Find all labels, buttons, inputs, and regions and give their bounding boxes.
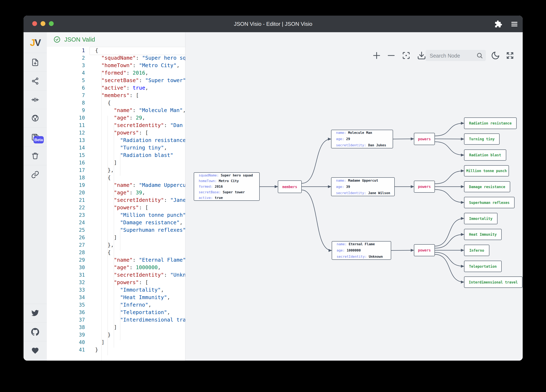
- code-line: 21"secretIdentity": "Jane Wilson",: [47, 196, 185, 204]
- code-text: ]: [101, 339, 104, 346]
- center-view-button[interactable]: [402, 51, 411, 60]
- code-line: 23"Million tonne punch",: [47, 211, 185, 219]
- graph-share-button[interactable]: [24, 71, 47, 90]
- line-number: 32: [47, 279, 85, 286]
- node-label: Heat Immunity: [469, 232, 497, 237]
- code-line: 29"name": "Eternal Flame",: [47, 256, 185, 264]
- line-number: 14: [47, 144, 85, 152]
- node-key: homeTown:: [199, 179, 219, 183]
- node-label: Inferno: [469, 248, 484, 253]
- line-number: 29: [47, 256, 85, 264]
- twitter-button[interactable]: [24, 304, 47, 322]
- line-number: 33: [47, 286, 85, 294]
- graph-node-leaf-5[interactable]: Damage resistance: [464, 181, 510, 192]
- code-text: {: [108, 249, 111, 256]
- graph-node-root[interactable]: squadName: Super hero squadhomeTown: Met…: [194, 172, 260, 201]
- graph-node-member-2[interactable]: name: Madame Uppercutage: 39secretIdenti…: [331, 177, 395, 196]
- node-key: name:: [336, 178, 348, 183]
- node-label: Radiation blast: [469, 153, 501, 157]
- line-number: 41: [47, 346, 85, 354]
- node-value: Metro City: [219, 179, 239, 183]
- graph-node-leaf-6[interactable]: Superhuman reflexes: [464, 197, 514, 208]
- code-text: "Radiation blast": [120, 152, 173, 159]
- zoom-in-button[interactable]: [372, 51, 381, 60]
- node-value: 1000000: [347, 248, 361, 252]
- beta-badge: Beta: [33, 136, 44, 143]
- node-row: secretIdentity: Unknown: [337, 253, 391, 260]
- graph-node-members[interactable]: members: [278, 180, 302, 193]
- code-line: 39}: [47, 331, 185, 339]
- code-line: 26]: [47, 234, 185, 241]
- indent-guide: [120, 153, 120, 176]
- graph-node-leaf-8[interactable]: Heat Immunity: [464, 229, 502, 240]
- node-value: Super hero squad: [221, 173, 253, 177]
- share-link-button[interactable]: [24, 165, 47, 184]
- graph-node-member-3[interactable]: name: Eternal Flameage: 1000000secretIde…: [332, 241, 391, 260]
- line-number: 21: [47, 196, 85, 204]
- code-line: 8{: [47, 99, 185, 107]
- code-text: "name": "Madame Uppercut",: [114, 182, 185, 189]
- code-text: "age": 39,: [114, 189, 145, 196]
- download-image-button[interactable]: [417, 51, 426, 60]
- graph-node-powers-3[interactable]: powers: [414, 244, 435, 256]
- graph-node-leaf-7[interactable]: Immortality: [464, 213, 498, 224]
- node-label: powers: [418, 184, 431, 189]
- node-label: powers: [418, 137, 431, 141]
- graph-node-leaf-3[interactable]: Radiation blast: [464, 149, 506, 161]
- graph-edge: [393, 139, 414, 139]
- graph-node-leaf-10[interactable]: Teleportation: [464, 261, 502, 272]
- line-number: 37: [47, 316, 85, 324]
- graph-node-leaf-2[interactable]: Turning tiny: [464, 133, 500, 145]
- graph-canvas-panel[interactable]: squadName: Super hero squadhomeTown: Met…: [185, 32, 523, 360]
- menu-icon[interactable]: [510, 20, 518, 28]
- node-key: formed:: [199, 184, 215, 189]
- graph-node-powers-2[interactable]: powers: [414, 181, 435, 193]
- node-row: age: 1000000: [337, 247, 391, 253]
- graph-node-leaf-1[interactable]: Radiation resistance: [464, 117, 517, 129]
- code-editor[interactable]: 1{2"squadName": "Super hero squad",3"hom…: [47, 47, 185, 360]
- node-row: age: 39: [336, 184, 394, 190]
- extension-puzzle-icon[interactable]: [494, 20, 502, 28]
- delete-button[interactable]: [24, 146, 47, 165]
- search-icon[interactable]: [476, 52, 483, 59]
- code-text: "secretIdentity": "Unknown",: [114, 271, 185, 279]
- indent-guide: [120, 303, 120, 340]
- github-icon: [31, 328, 39, 336]
- code-line: 40]: [47, 339, 185, 346]
- node-label: powers: [418, 248, 431, 252]
- line-number: 31: [47, 271, 85, 279]
- sponsor-button[interactable]: [24, 341, 47, 360]
- line-number: 23: [47, 211, 85, 219]
- node-label: Radiation resistance: [469, 121, 512, 125]
- code-text: }: [108, 331, 111, 339]
- code-text: "secretIdentity": "Jane Wilson",: [114, 196, 185, 204]
- graph-node-leaf-4[interactable]: Million tonne punch: [464, 165, 509, 177]
- share-icon: [31, 77, 39, 85]
- graph-edge: [435, 139, 464, 139]
- sidebar: J V Beta: [24, 32, 47, 360]
- target-icon: [31, 114, 39, 122]
- graph-node-member-1[interactable]: name: Molecule Manage: 29secretIdentity:…: [331, 130, 393, 148]
- new-document-button[interactable]: [24, 53, 47, 72]
- graph-node-leaf-11[interactable]: Interdimensional travel: [464, 276, 522, 288]
- github-button[interactable]: [24, 322, 47, 341]
- graph-node-powers-1[interactable]: powers: [414, 133, 435, 145]
- graph-edge: [435, 123, 464, 136]
- json-valid-status: JSON Valid: [64, 36, 95, 43]
- theme-toggle-button[interactable]: [491, 51, 500, 60]
- code-line: 28{: [47, 249, 185, 256]
- zoom-out-button[interactable]: [387, 51, 396, 60]
- line-number: 5: [47, 77, 85, 84]
- fit-width-button[interactable]: [24, 90, 47, 109]
- code-line: 1{: [47, 47, 185, 54]
- graph-node-leaf-9[interactable]: Inferno: [464, 245, 489, 256]
- code-line: 35"Inferno",: [47, 301, 185, 309]
- code-text: {: [108, 174, 111, 182]
- fullscreen-button[interactable]: [505, 51, 514, 60]
- live-transform-button[interactable]: [24, 109, 47, 128]
- line-number: 16: [47, 159, 85, 166]
- indent-guide: [120, 228, 120, 250]
- search-node-input[interactable]: [429, 50, 474, 62]
- line-number: 13: [47, 137, 85, 144]
- app-logo[interactable]: J V: [24, 32, 47, 53]
